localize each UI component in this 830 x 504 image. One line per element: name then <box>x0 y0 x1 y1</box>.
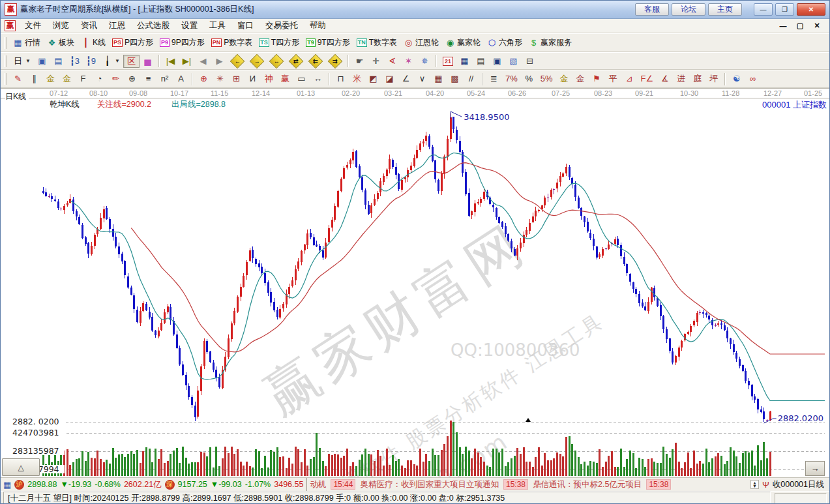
shift-right-icon[interactable]: → <box>247 55 267 68</box>
fibonacci-icon[interactable]: F <box>75 72 91 85</box>
box-tool-icon[interactable]: ⊓ <box>333 72 349 85</box>
qiankun-kline-icon[interactable]: 区 <box>123 55 140 68</box>
shen-tool-icon[interactable]: 神 <box>261 72 277 85</box>
square-tool-icon[interactable]: ◪ <box>381 72 398 85</box>
chart-9-icon[interactable]: ┇9 <box>83 55 99 68</box>
j-angle-icon[interactable]: ⊿ <box>621 72 638 85</box>
menu-item-6[interactable]: 工具 <box>203 19 231 33</box>
pentagon-tool-icon[interactable]: ◩ <box>365 72 381 85</box>
menu-item-1[interactable]: 浏览 <box>47 19 75 33</box>
n-square-icon[interactable]: n² <box>156 72 173 85</box>
sectors-button[interactable]: ❖板块 <box>44 36 78 50</box>
window-layout-icon[interactable]: ▣ <box>34 55 50 68</box>
angle-line-icon[interactable]: ∠ <box>398 72 414 85</box>
infinity-icon[interactable]: ∞ <box>745 72 761 85</box>
shift-left-icon[interactable]: ← <box>228 55 247 68</box>
calculator-icon[interactable]: ▦ <box>456 55 473 68</box>
close-button[interactable]: ✕ <box>797 3 825 16</box>
t-square-button[interactable]: TST四方形 <box>256 36 303 50</box>
balance-line-icon[interactable]: 平 <box>605 72 621 85</box>
zigzag-icon[interactable]: ∨ <box>414 72 430 85</box>
p-number-table-button[interactable]: PNP数字表 <box>208 36 256 50</box>
mdi-close-button[interactable]: ✕ <box>811 22 823 31</box>
spiral-icon[interactable]: ◔ <box>91 72 108 85</box>
jin-tool-icon[interactable]: 进 <box>673 72 689 85</box>
golden-section-icon[interactable]: 金 <box>42 72 59 85</box>
gann-wheel-button[interactable]: ◎江恩轮 <box>400 36 442 50</box>
ping-tool-icon[interactable]: 坪 <box>705 72 722 85</box>
pen-tool-icon[interactable]: ✎ <box>10 72 26 85</box>
brush-tool-icon[interactable]: ✏ <box>108 72 124 85</box>
forum-button[interactable]: 论坛 <box>672 3 705 16</box>
grid-lines-icon[interactable]: ≡ <box>140 72 156 85</box>
wave-mark-icon[interactable]: И <box>245 72 261 85</box>
grid-dense-icon[interactable]: ▦ <box>430 72 447 85</box>
customer-service-button[interactable]: 客服 <box>635 3 669 16</box>
wave-tool-icon[interactable]: ✶ <box>400 55 417 68</box>
period-day-dropdown[interactable]: 日▼ <box>10 55 34 68</box>
indicator-corner-button[interactable]: △ <box>2 458 40 476</box>
flag-tool-icon[interactable]: ⚑ <box>589 72 605 85</box>
f-angle-icon[interactable]: F∠ <box>638 72 657 85</box>
compress-right-icon[interactable]: ⇉ <box>325 55 345 68</box>
bar-stats-icon[interactable]: ≣ <box>486 72 502 85</box>
notepad-icon[interactable]: ▤ <box>473 55 489 68</box>
chart-3-icon[interactable]: ┇3 <box>67 55 83 68</box>
starburst-icon[interactable]: ✳ <box>212 72 228 85</box>
hexagon-button[interactable]: ⬡六角形 <box>484 36 526 50</box>
last-page-icon[interactable]: ▶| <box>179 55 195 68</box>
cycle-tool-icon[interactable]: ✵ <box>417 55 433 68</box>
ruler-icon[interactable]: ▭ <box>293 72 310 85</box>
candlestick-chart[interactable]: 赢家财富网赢家江恩软件 股票分析软件 江恩工具www.yingjia360.co… <box>6 110 825 478</box>
9t-square-button[interactable]: T99T四方形 <box>303 36 353 50</box>
expand-horizontal-icon[interactable]: ↔ <box>267 55 286 68</box>
mdi-restore-button[interactable]: ▢ <box>794 22 806 31</box>
quote-grid-icon[interactable]: ▦ <box>3 480 11 490</box>
ying-tool-icon[interactable]: 赢 <box>277 72 293 85</box>
menu-item-4[interactable]: 公式选股 <box>131 19 175 33</box>
menu-item-0[interactable]: 文件 <box>19 19 47 33</box>
compass-circle-icon[interactable]: ⊕ <box>124 72 140 85</box>
minimize-button[interactable]: — <box>754 3 773 16</box>
crosshair-icon[interactable]: ✛ <box>368 55 384 68</box>
mdi-minimize-button[interactable]: — <box>777 22 789 31</box>
golden-ratio-icon[interactable]: 金 <box>59 72 75 85</box>
target-circle-icon[interactable]: ⊕ <box>196 72 212 85</box>
grid-shade-icon[interactable]: ▩ <box>447 72 463 85</box>
matrix-grid-icon[interactable]: ⊞ <box>228 72 245 85</box>
menu-item-3[interactable]: 江恩 <box>103 19 131 33</box>
save-icon[interactable]: ▣ <box>489 55 505 68</box>
prev-page-icon[interactable]: ◀ <box>195 55 211 68</box>
parallel-lines-icon[interactable]: // <box>463 72 479 85</box>
t-number-table-button[interactable]: TNT数字表 <box>353 36 400 50</box>
menu-item-9[interactable]: 帮助 <box>304 19 332 33</box>
9p-square-button[interactable]: P99P四方形 <box>156 36 208 50</box>
fan-lines-icon[interactable]: 米 <box>349 72 365 85</box>
gann-fan-icon[interactable]: ∡ <box>657 72 673 85</box>
export-image-icon[interactable]: ▧ <box>505 55 522 68</box>
menu-item-5[interactable]: 设置 <box>175 19 203 33</box>
ticker-spinner[interactable]: ▲▼ <box>750 480 759 489</box>
yinyang-icon[interactable]: ☯ <box>728 72 745 85</box>
color-histogram-icon[interactable]: ▅ <box>140 55 156 68</box>
candle-style-dropdown[interactable]: ╽▼ <box>99 55 123 68</box>
protractor-icon[interactable]: ∢ <box>384 55 400 68</box>
info-document-icon[interactable]: ▤ <box>50 55 67 68</box>
news-ticker[interactable]: 动机15:44奥精医疗：收到国家重大项目立项通知15:38鼎信通讯：预中标2.5… <box>306 478 827 491</box>
winner-service-button[interactable]: $赢家服务 <box>526 36 575 50</box>
menu-item-2[interactable]: 资讯 <box>75 19 103 33</box>
p-square-button[interactable]: PSP四方形 <box>109 36 156 50</box>
menu-item-8[interactable]: 交易委托 <box>259 19 304 33</box>
menu-item-7[interactable]: 窗口 <box>231 19 259 33</box>
swap-icon[interactable]: ⇄ <box>286 55 306 68</box>
scroll-right-button[interactable]: → <box>805 461 825 476</box>
first-page-icon[interactable]: |◀ <box>162 55 179 68</box>
homepage-button[interactable]: 主页 <box>708 3 742 16</box>
print-icon[interactable]: ⊟ <box>522 55 538 68</box>
text-annotation-icon[interactable]: A <box>173 72 189 85</box>
hand-tool-icon[interactable]: ☛ <box>351 55 368 68</box>
next-page-icon[interactable]: ▶ <box>211 55 228 68</box>
quotes-button[interactable]: ▦行情 <box>10 36 44 50</box>
gold-circle-icon[interactable]: 金 <box>556 72 572 85</box>
calendar-icon[interactable]: 21 <box>439 55 456 67</box>
